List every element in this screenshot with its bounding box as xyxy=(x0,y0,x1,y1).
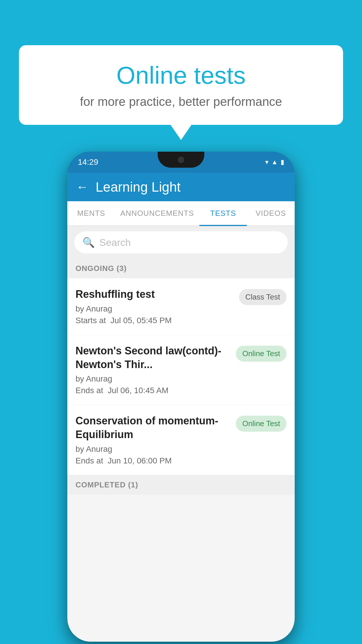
tab-tests[interactable]: TESTS xyxy=(199,201,247,225)
time-value: Jul 05, 05:45 PM xyxy=(110,316,172,325)
test-author: by Anurag xyxy=(75,304,233,314)
test-info: Conservation of momentum-Equilibrium by … xyxy=(75,414,230,466)
search-box[interactable]: 🔍 Search xyxy=(74,231,288,253)
speech-bubble-container: Online tests for more practice, better p… xyxy=(19,45,343,125)
signal-icon: ▲ xyxy=(271,158,278,166)
test-title: Conservation of momentum-Equilibrium xyxy=(75,414,230,442)
speech-bubble: Online tests for more practice, better p… xyxy=(19,45,343,125)
test-time: Ends at Jul 06, 10:45 AM xyxy=(75,386,230,395)
phone-screen: ← Learning Light MENTS ANNOUNCEMENTS TES… xyxy=(67,173,295,642)
test-info: Reshuffling test by Anurag Starts at Jul… xyxy=(75,288,233,325)
app-title: Learning Light xyxy=(96,179,181,195)
test-item[interactable]: Reshuffling test by Anurag Starts at Jul… xyxy=(67,278,295,335)
app-header: ← Learning Light xyxy=(67,173,295,201)
ongoing-section-header: ONGOING (3) xyxy=(67,259,295,278)
test-badge-online: Online Test xyxy=(236,346,287,362)
wifi-icon: ▾ xyxy=(265,158,268,166)
status-icons: ▾ ▲ ▮ xyxy=(265,158,284,166)
battery-icon: ▮ xyxy=(281,158,284,166)
phone-frame: 14:29 ▾ ▲ ▮ ← Learning Light MENTS ANNOU… xyxy=(67,152,295,642)
test-author: by Anurag xyxy=(75,444,230,454)
bubble-subtitle: for more practice, better performance xyxy=(36,95,326,109)
test-badge-online: Online Test xyxy=(236,416,287,432)
test-title: Reshuffling test xyxy=(75,288,233,301)
time-label: Starts at xyxy=(75,316,106,325)
search-icon: 🔍 xyxy=(82,237,95,248)
front-camera xyxy=(178,157,184,163)
tab-announcements[interactable]: ANNOUNCEMENTS xyxy=(115,201,199,225)
notch xyxy=(158,152,204,168)
test-info: Newton's Second law(contd)-Newton's Thir… xyxy=(75,344,230,396)
test-author: by Anurag xyxy=(75,374,230,384)
test-item[interactable]: Newton's Second law(contd)-Newton's Thir… xyxy=(67,335,295,405)
search-container: 🔍 Search xyxy=(67,226,295,259)
test-item[interactable]: Conservation of momentum-Equilibrium by … xyxy=(67,405,295,475)
tab-videos[interactable]: VIDEOS xyxy=(247,201,295,225)
tab-ments[interactable]: MENTS xyxy=(67,201,115,225)
test-time: Starts at Jul 05, 05:45 PM xyxy=(75,316,233,325)
time-label: Ends at xyxy=(75,456,103,465)
time-value: Jul 06, 10:45 AM xyxy=(108,386,169,395)
test-list: Reshuffling test by Anurag Starts at Jul… xyxy=(67,278,295,475)
test-time: Ends at Jun 10, 06:00 PM xyxy=(75,456,230,466)
test-title: Newton's Second law(contd)-Newton's Thir… xyxy=(75,344,230,372)
search-input[interactable]: Search xyxy=(99,237,131,248)
time-value: Jun 10, 06:00 PM xyxy=(108,456,172,465)
back-button[interactable]: ← xyxy=(76,180,88,194)
status-bar: 14:29 ▾ ▲ ▮ xyxy=(67,152,295,173)
bubble-title: Online tests xyxy=(36,61,326,90)
test-badge-class: Class Test xyxy=(239,289,287,305)
time-label: Ends at xyxy=(75,386,103,395)
tabs-bar: MENTS ANNOUNCEMENTS TESTS VIDEOS xyxy=(67,201,295,226)
status-time: 14:29 xyxy=(78,158,98,167)
completed-section-header: COMPLETED (1) xyxy=(67,475,295,495)
phone-container: 14:29 ▾ ▲ ▮ ← Learning Light MENTS ANNOU… xyxy=(67,152,295,642)
